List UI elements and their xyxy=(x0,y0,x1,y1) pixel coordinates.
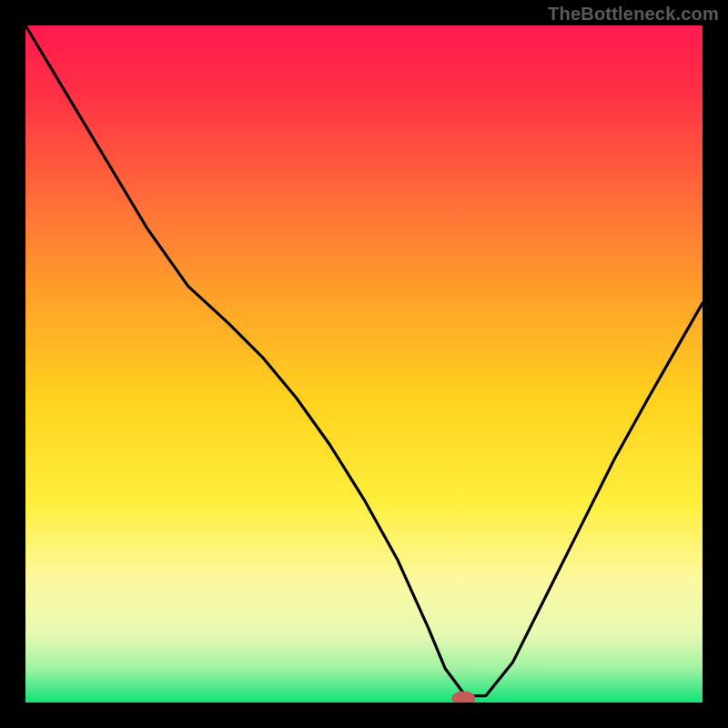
gradient-background xyxy=(25,25,703,703)
plot-area xyxy=(25,25,703,703)
chart-svg xyxy=(25,25,703,703)
chart-frame: TheBottleneck.com xyxy=(0,0,728,728)
watermark-text: TheBottleneck.com xyxy=(548,4,719,25)
